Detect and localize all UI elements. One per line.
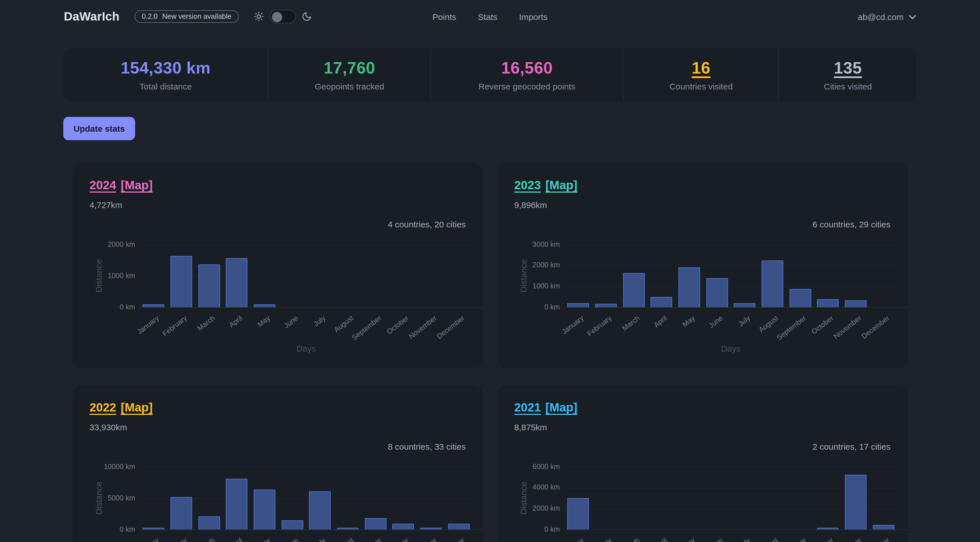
gridline <box>565 265 897 266</box>
year-card-2024: 2024[Map]4,727km4 countries, 20 cities0 … <box>72 163 483 368</box>
month-label: January <box>561 314 585 336</box>
chart-bar-march <box>198 264 220 307</box>
moon-icon <box>302 11 312 22</box>
chart-bar-april <box>651 297 673 307</box>
stat-value: 16,560 <box>501 59 553 77</box>
chart-bar-february <box>170 256 192 307</box>
month-label: December <box>860 536 891 542</box>
month-label: June <box>707 314 724 330</box>
month-label: August <box>757 314 780 334</box>
chart-bar-may <box>254 489 275 529</box>
version-label: New version available <box>162 13 231 21</box>
gridline <box>565 467 897 467</box>
month-label: March <box>620 314 641 332</box>
chart-bar-october <box>817 528 839 530</box>
stat-value[interactable]: 135 <box>834 59 862 77</box>
year-card-title: 2024[Map] <box>89 178 466 192</box>
year-link-2022[interactable]: 2022 <box>89 401 116 414</box>
stat-countries-visited: 16Countries visited <box>623 48 778 102</box>
nav-link-imports[interactable]: Imports <box>519 12 547 21</box>
chart-bar-january <box>143 528 164 530</box>
year-link-2023[interactable]: 2023 <box>514 178 541 191</box>
stat-value[interactable]: 16 <box>692 59 711 77</box>
chart-bar-september <box>364 518 386 529</box>
stat-label: Cities visited <box>824 81 872 91</box>
map-link-2021[interactable]: [Map] <box>545 401 577 414</box>
month-label: September <box>775 314 808 342</box>
chart-bar-february <box>595 304 617 307</box>
version-badge[interactable]: 0.2.0 New version available <box>134 10 239 23</box>
stat-value: 154,330 km <box>121 59 211 77</box>
month-label: July <box>737 536 752 542</box>
nav-link-points[interactable]: Points <box>433 12 456 21</box>
year-card-2022: 2022[Map]33,930km8 countries, 33 cities0… <box>72 385 483 542</box>
year-link-2024[interactable]: 2024 <box>89 178 116 191</box>
month-label: April <box>652 314 669 329</box>
stat-value: 17,760 <box>323 59 375 77</box>
chart-bar-july <box>309 491 331 529</box>
axis-tick-label: 10000 km <box>91 463 135 470</box>
month-label: January <box>561 536 585 542</box>
year-card-title: 2023[Map] <box>514 178 891 192</box>
month-label: August <box>332 314 355 334</box>
update-stats-button[interactable]: Update stats <box>63 117 135 140</box>
month-label: February <box>586 536 613 542</box>
chart-bar-september <box>789 289 811 307</box>
month-label: February <box>161 314 188 338</box>
y-axis-title: Distance <box>519 259 528 292</box>
y-axis-title: Distance <box>94 259 103 292</box>
month-label: May <box>256 536 272 542</box>
y-axis-title: Distance <box>519 482 528 515</box>
chart-bar-december <box>873 525 894 530</box>
axis-tick-label: 3000 km <box>515 240 560 248</box>
chart-bar-april <box>226 258 248 307</box>
chart-bar-january <box>568 498 589 529</box>
chart-bar-november <box>845 475 867 530</box>
month-label: June <box>283 314 299 330</box>
map-link-2024[interactable]: [Map] <box>121 178 153 191</box>
month-label: September <box>775 536 808 542</box>
stat-label: Geopoints tracked <box>315 81 384 91</box>
nav-link-stats[interactable]: Stats <box>478 12 497 21</box>
month-label: September <box>350 536 383 542</box>
year-distance: 9,896km <box>514 200 891 210</box>
y-axis-title: Distance <box>94 482 103 515</box>
map-link-2022[interactable]: [Map] <box>121 401 153 414</box>
axis-tick-label: 6000 km <box>515 463 560 470</box>
month-label: January <box>136 536 161 542</box>
chart-bar-june <box>282 520 303 529</box>
month-label: May <box>681 314 696 329</box>
month-label: October <box>810 536 835 542</box>
month-label: November <box>832 536 863 542</box>
chart-bar-january <box>568 303 589 307</box>
month-label: August <box>757 536 780 542</box>
theme-toggle-knob <box>272 12 282 22</box>
gridline <box>140 245 473 245</box>
month-label: October <box>386 536 410 542</box>
chart-bar-february <box>170 497 192 529</box>
chart-2024: 0 km1000 km2000 kmJanuaryFebruaryMarchAp… <box>89 237 466 353</box>
axis-tick-label: 0 km <box>515 303 560 311</box>
chart-2023: 0 km1000 km2000 km3000 kmJanuaryFebruary… <box>514 237 891 353</box>
app-logo[interactable]: DaWarIch <box>64 10 119 23</box>
year-countries-cities: 4 countries, 20 cities <box>89 219 466 230</box>
chart-bar-november <box>845 300 867 307</box>
year-countries-cities: 8 countries, 33 cities <box>89 442 466 452</box>
axis-tick-label: 0 km <box>515 525 560 533</box>
axis-tick-label: 2000 km <box>91 240 135 248</box>
stat-reverse-geocoded-points: 16,560Reverse geocoded points <box>430 48 623 102</box>
year-link-2021[interactable]: 2021 <box>514 401 541 414</box>
map-link-2023[interactable]: [Map] <box>545 178 577 191</box>
theme-switcher <box>254 10 312 23</box>
x-axis-line <box>140 529 483 530</box>
axis-tick-label: 0 km <box>91 303 135 311</box>
chart-bar-may <box>678 268 700 307</box>
month-label: January <box>136 314 161 336</box>
user-menu[interactable]: ab@cd.com <box>858 12 916 21</box>
month-label: October <box>386 314 410 336</box>
chart-bar-november <box>420 528 442 529</box>
x-axis-title: Days <box>721 344 741 353</box>
year-distance: 8,875km <box>514 422 891 432</box>
month-label: July <box>312 536 327 542</box>
theme-toggle[interactable] <box>270 10 296 23</box>
